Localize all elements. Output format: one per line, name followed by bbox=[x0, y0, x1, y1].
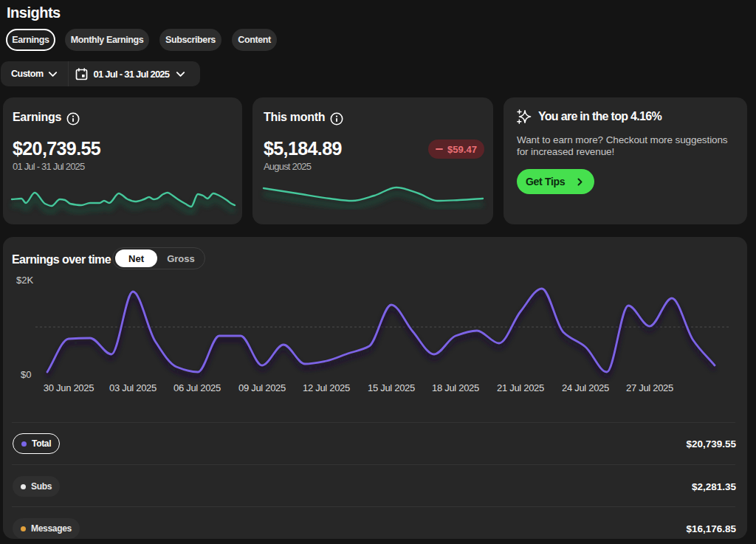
svg-text:12 Jul 2025: 12 Jul 2025 bbox=[303, 382, 350, 393]
svg-text:27 Jul 2025: 27 Jul 2025 bbox=[626, 382, 673, 393]
svg-text:09 Jul 2025: 09 Jul 2025 bbox=[238, 382, 286, 393]
svg-text:06 Jul 2025: 06 Jul 2025 bbox=[173, 382, 221, 393]
svg-text:15 Jul 2025: 15 Jul 2025 bbox=[368, 382, 415, 393]
svg-text:$2K: $2K bbox=[16, 275, 33, 286]
svg-text:21 Jul 2025: 21 Jul 2025 bbox=[497, 382, 544, 393]
svg-text:$0: $0 bbox=[21, 369, 31, 380]
svg-text:24 Jul 2025: 24 Jul 2025 bbox=[562, 382, 609, 393]
svg-text:03 Jul 2025: 03 Jul 2025 bbox=[109, 382, 157, 393]
svg-text:30 Jun 2025: 30 Jun 2025 bbox=[44, 382, 94, 393]
svg-text:18 Jul 2025: 18 Jul 2025 bbox=[432, 382, 479, 393]
